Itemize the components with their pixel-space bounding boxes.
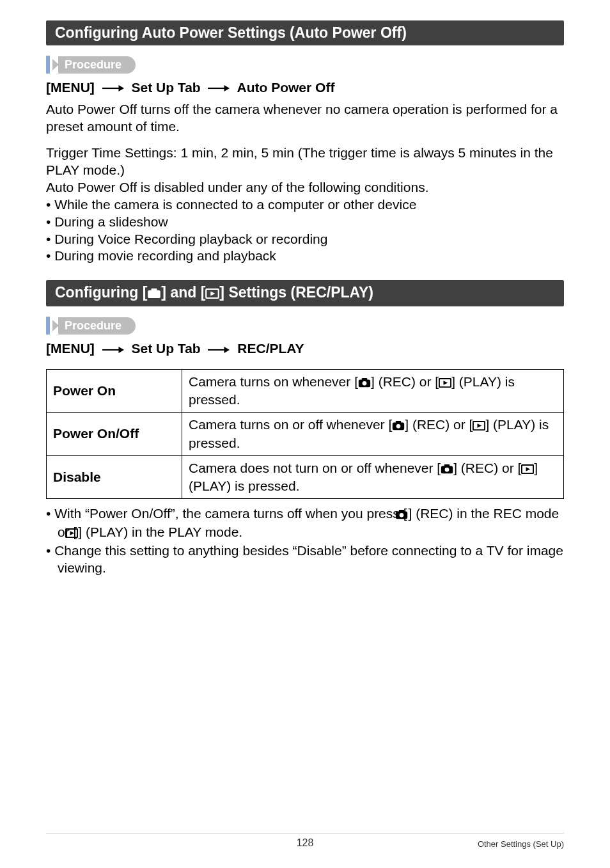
bullet-list: • While the camera is connected to a com… [46, 196, 564, 265]
list-item: • During movie recording and playback [46, 248, 564, 265]
option-label: Power On/Off [47, 413, 182, 456]
procedure-label: Procedure [58, 56, 136, 74]
disabled-intro: Auto Power Off is disabled under any of … [46, 179, 564, 196]
trigger-text: Trigger Time Settings: 1 min, 2 min, 5 m… [46, 145, 564, 179]
option-description: Camera turns on whenever [] (REC) or [] … [182, 369, 564, 413]
camera-icon [392, 418, 405, 434]
page-footer: 128 Other Settings (Set Up) [0, 833, 610, 849]
play-icon [439, 375, 451, 391]
section-header-auto-power-off: Configuring Auto Power Settings (Auto Po… [46, 20, 564, 45]
list-item: • During Voice Recording playback or rec… [46, 231, 564, 248]
option-label: Power On [47, 369, 182, 413]
path-segment: REC/PLAY [237, 341, 304, 356]
title-part: Configuring [ [55, 284, 147, 301]
table-row: Disable Camera does not turn on or off w… [47, 455, 564, 499]
table-row: Power On Camera turns on whenever [] (RE… [47, 369, 564, 413]
list-item-text: During movie recording and playback [54, 248, 276, 263]
camera-icon [441, 461, 453, 478]
intro-text: Auto Power Off turns off the camera when… [46, 101, 564, 136]
arrow-icon [208, 342, 230, 358]
option-label: Disable [47, 455, 182, 499]
note-part: With “Power On/Off”, the camera turns of… [54, 506, 407, 521]
title-part: ] Settings (REC/PLAY) [219, 284, 373, 301]
footer-label: Other Settings (Set Up) [478, 839, 564, 849]
list-item: • With “Power On/Off”, the camera turns … [46, 505, 564, 542]
desc-part: ] (REC) or [ [405, 417, 473, 432]
procedure-bar [46, 317, 50, 335]
menu-path-auto-power-off: [MENU] Set Up Tab Auto Power Off [46, 80, 564, 96]
menu-path-rec-play: [MENU] Set Up Tab REC/PLAY [46, 341, 564, 357]
desc-part: Camera does not turn on or off whenever … [189, 461, 441, 475]
arrow-icon [208, 81, 230, 96]
list-item-text: While the camera is connected to a compu… [54, 197, 416, 212]
procedure-marker: Procedure [46, 56, 564, 74]
note-part: ] (PLAY) in the PLAY mode. [78, 525, 242, 539]
path-segment: [MENU] [46, 80, 95, 95]
desc-part: ] (REC) or [ [453, 461, 521, 475]
camera-icon [147, 285, 161, 303]
list-item: • While the camera is connected to a com… [46, 196, 564, 214]
list-item: • Change this setting to anything beside… [46, 542, 564, 577]
desc-part: ] (REC) or [ [371, 374, 439, 389]
list-item-text: During Voice Recording playback or recor… [54, 232, 327, 246]
list-item-text: During a slideshow [54, 214, 168, 229]
play-icon [205, 285, 219, 303]
section-header-rec-play: Configuring [] and [] Settings (REC/PLAY… [46, 280, 564, 306]
notes-list: • With “Power On/Off”, the camera turns … [46, 505, 564, 577]
path-segment: Set Up Tab [132, 341, 201, 356]
play-icon [473, 418, 485, 434]
procedure-marker: Procedure [46, 317, 564, 335]
note-part: Change this setting to anything besides … [54, 543, 563, 575]
desc-part: Camera turns on whenever [ [189, 374, 358, 389]
desc-part: Camera turns on or off whenever [ [189, 417, 392, 432]
option-description: Camera turns on or off whenever [] (REC)… [182, 413, 564, 456]
play-icon [521, 461, 534, 478]
path-segment: Auto Power Off [237, 80, 335, 95]
procedure-label: Procedure [58, 317, 136, 335]
title-part: ] and [ [161, 284, 205, 301]
options-table: Power On Camera turns on whenever [] (RE… [46, 369, 564, 500]
camera-icon [358, 375, 371, 391]
path-segment: Set Up Tab [132, 80, 201, 95]
arrow-icon [102, 81, 124, 96]
option-description: Camera does not turn on or off whenever … [182, 455, 564, 499]
procedure-bar [46, 56, 50, 74]
arrow-icon [102, 342, 124, 358]
list-item: • During a slideshow [46, 214, 564, 231]
path-segment: [MENU] [46, 341, 95, 356]
table-row: Power On/Off Camera turns on or off when… [47, 413, 564, 456]
footer-divider [46, 833, 564, 833]
